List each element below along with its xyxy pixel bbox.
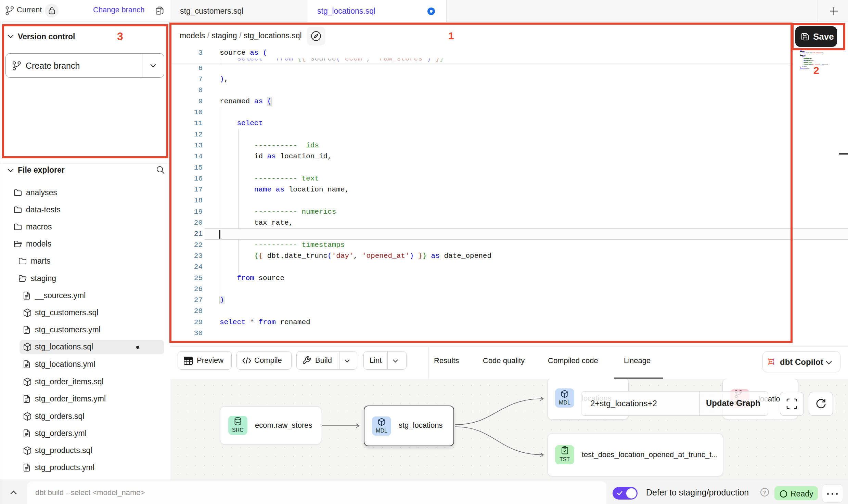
svg-text:?: ? [763,489,766,495]
